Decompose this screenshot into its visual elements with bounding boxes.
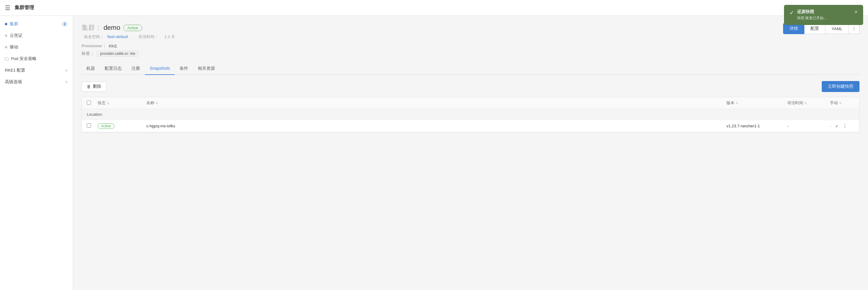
toast-subtitle: 快照 恢复已开始... (797, 16, 827, 21)
app-title: 集群管理 (14, 5, 34, 11)
main-layout: 集群 2 云凭证 驱动 Pod 安全策略 (0, 16, 868, 290)
tab-registration[interactable]: 注册 (127, 63, 145, 75)
row-version: v1.23.7-rancher1-1 (726, 124, 787, 128)
age-label: 存活时间： (138, 34, 158, 39)
tags-label: 标签： (82, 51, 94, 56)
row-checkbox[interactable] (87, 123, 91, 128)
cluster-title: 集群： demo (82, 23, 120, 32)
tab-config-log[interactable]: 配置日志 (100, 63, 127, 75)
sort-age-icon: ⇅ (804, 102, 807, 105)
namespace-link[interactable]: fleet-default (107, 34, 128, 39)
hamburger-menu[interactable]: ☰ (5, 4, 10, 11)
age-value: 1.3 天 (164, 34, 175, 39)
provisioner-value: RKE (109, 44, 118, 49)
table-header: 状态 ⇅ 名称 ⇅ 版本 ⇅ 存活时间 ⇅ (82, 97, 859, 109)
sidebar-item-drivers[interactable]: 驱动 (0, 41, 73, 53)
toast-notification: ✓ 还原快照 快照 恢复已开始... × (784, 16, 863, 25)
info-section: Provisioner： RKE 标签： provider.cattle.io:… (82, 43, 860, 57)
row-more-icon[interactable]: ⋮ (842, 123, 847, 129)
folder-icon (5, 58, 8, 60)
header-age[interactable]: 存活时间 ⇅ (787, 100, 830, 106)
cluster-status-badge: Active (123, 25, 142, 31)
restore-check-icon[interactable]: ✓ (835, 124, 839, 128)
cluster-label-prefix: 集群： (82, 24, 102, 31)
cluster-name: demo (103, 24, 120, 31)
tag-value: provider.cattle.io: rke (97, 51, 138, 57)
chevron-down-icon: ∨ (65, 80, 68, 84)
sidebar-item-credentials[interactable]: 云凭证 (0, 30, 73, 41)
select-all-checkbox[interactable] (87, 100, 91, 105)
snapshots-table: 状态 ⇅ 名称 ⇅ 版本 ⇅ 存活时间 ⇅ (82, 97, 860, 133)
drivers-dot-icon (5, 46, 7, 49)
tab-snapshots[interactable]: Snapshots (145, 63, 175, 75)
top-bar: ☰ 集群管理 (0, 0, 868, 16)
cluster-title-row: 集群： demo Active (82, 23, 178, 32)
sidebar-item-rke1-config[interactable]: RKE1 配置 ∨ (0, 65, 73, 76)
sort-name-icon: ⇅ (156, 102, 158, 105)
tab-conditions[interactable]: 条件 (175, 63, 193, 75)
cluster-dot-icon (5, 23, 7, 25)
trash-icon: 🗑 (87, 84, 91, 89)
toolbar: 🗑 删除 立即创建快照 (82, 81, 860, 92)
provisioner-label: Provisioner： (82, 43, 106, 49)
sort-status-icon: ⇅ (107, 102, 109, 105)
check-icon: ✓ (789, 16, 794, 16)
tab-machines[interactable]: 机器 (82, 63, 100, 75)
tabs: 机器 配置日志 注册 Snapshots 条件 相关资源 (82, 63, 860, 75)
yaml-button[interactable]: YAML (826, 24, 849, 34)
table-row: Active c-hjgzq-ms-txfks v1.23.7-rancher1… (82, 120, 859, 132)
sort-version-icon: ⇅ (736, 102, 738, 105)
row-age-dash: - (830, 124, 832, 128)
row-age: - (787, 124, 830, 128)
meta-separator (131, 34, 134, 39)
cluster-title-section: 集群： demo Active 命名空间： fleet-default 存活时间… (82, 23, 178, 39)
status-badge: Active (98, 123, 115, 129)
cluster-header: 集群： demo Active 命名空间： fleet-default 存活时间… (82, 23, 860, 39)
table-group-location: Location: (82, 109, 859, 120)
more-actions-button[interactable]: ⋮ (849, 24, 860, 34)
row-checkbox-col (87, 123, 98, 128)
sidebar-item-clusters[interactable]: 集群 2 (0, 18, 73, 30)
header-status[interactable]: 状态 ⇅ (98, 100, 146, 106)
delete-button[interactable]: 🗑 删除 (82, 81, 106, 92)
sidebar-item-advanced[interactable]: 高级选项 ∨ (0, 76, 73, 88)
row-name: c-hjgzq-ms-txfks (146, 124, 726, 128)
delete-label: 删除 (93, 84, 101, 89)
chevron-down-icon: ∨ (65, 68, 68, 72)
create-snapshot-button[interactable]: 立即创建快照 (822, 81, 860, 92)
header-manual[interactable]: 手动 ⇅ (830, 100, 854, 106)
tab-related[interactable]: 相关资源 (193, 63, 220, 75)
sidebar: 集群 2 云凭证 驱动 Pod 安全策略 (0, 16, 73, 290)
sidebar-item-pod-security[interactable]: Pod 安全策略 (0, 53, 73, 65)
header-name[interactable]: 名称 ⇅ (146, 100, 726, 106)
toast-content: 还原快照 快照 恢复已开始... (797, 16, 827, 21)
header-version[interactable]: 版本 ⇅ (726, 100, 787, 106)
provisioner-row: Provisioner： RKE (82, 43, 860, 49)
header-checkbox-col (87, 100, 98, 106)
row-status: Active (98, 124, 146, 128)
content-area: ✓ 还原快照 快照 恢复已开始... × 集群： demo Active (73, 16, 868, 290)
namespace-label: 命名空间： (84, 34, 104, 39)
cluster-meta: 命名空间： fleet-default 存活时间： 1.3 天 (82, 34, 178, 39)
app-layout: ☰ 集群管理 集群 2 云凭证 驱动 (0, 0, 868, 290)
credentials-dot-icon (5, 34, 7, 37)
sort-manual-icon: ⇅ (839, 102, 841, 105)
row-actions: - ✓ ⋮ (830, 123, 854, 129)
tags-row: 标签： provider.cattle.io: rke (82, 51, 860, 57)
